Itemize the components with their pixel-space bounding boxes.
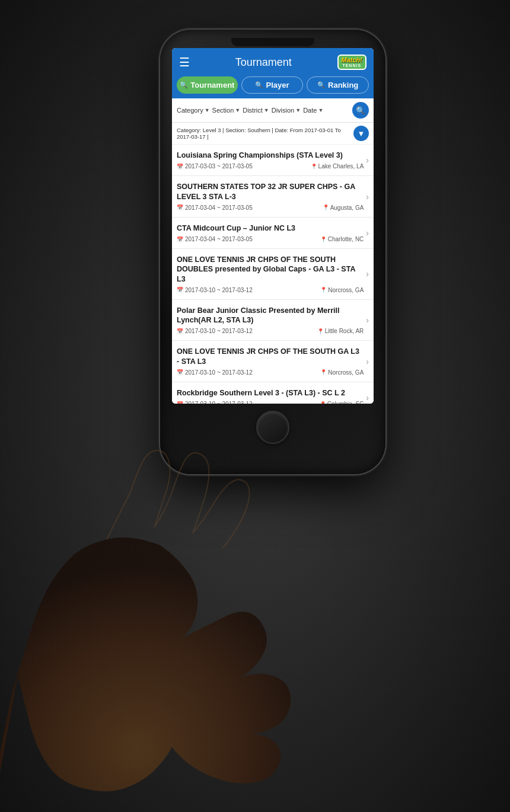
date-arrow-icon: ▼ [318, 107, 323, 113]
active-filters-bar: Category: Level 3 | Section: Southern | … [172, 123, 374, 145]
chevron-icon-0: › [366, 155, 369, 165]
tournament-date-2: 📅 2017-03-04 ~ 2017-03-05 [177, 236, 253, 242]
location-icon-0: 📍 [311, 164, 317, 170]
location-icon-2: 📍 [320, 236, 327, 242]
tab-ranking[interactable]: 🔍 Ranking [307, 76, 369, 94]
filter-bar: Category ▼ Section ▼ District ▼ Division… [172, 98, 374, 123]
location-icon-1: 📍 [323, 204, 329, 210]
tournament-location-2: 📍 Charlotte, NC [320, 236, 364, 242]
calendar-icon-3: 📅 [177, 287, 183, 293]
tournament-name-3: ONE LOVE TENNIS JR CHPS OF THE SOUTH DOU… [177, 255, 364, 284]
category-arrow-icon: ▼ [205, 107, 210, 113]
filter-section[interactable]: Section ▼ [212, 107, 241, 114]
logo-match-text: Match! [342, 57, 362, 63]
tournament-meta-3: 📅 2017-03-10 ~ 2017-03-12 📍 Norcross, GA [177, 287, 364, 293]
tab-tournament[interactable]: 🔍 Tournament [177, 76, 238, 94]
tournament-info-3: ONE LOVE TENNIS JR CHPS OF THE SOUTH DOU… [177, 255, 364, 293]
tournament-location-1: 📍 Augusta, GA [323, 204, 364, 211]
section-arrow-icon: ▼ [235, 107, 240, 113]
tournament-info-0: Louisiana Spring Championships (STA Leve… [177, 151, 364, 170]
tournament-location-0: 📍 Lake Charles, LA [311, 163, 364, 170]
menu-icon[interactable]: ☰ [179, 56, 190, 68]
calendar-icon-2: 📅 [177, 236, 183, 242]
district-arrow-icon: ▼ [264, 107, 269, 113]
search-icon-player: 🔍 [255, 81, 263, 89]
search-button[interactable]: 🔍 [352, 102, 369, 119]
calendar-icon-0: 📅 [177, 164, 183, 170]
tournament-name-2: CTA Midcourt Cup – Junior NC L3 [177, 223, 364, 233]
tournament-date-0: 📅 2017-03-03 ~ 2017-03-05 [177, 163, 253, 170]
chevron-icon-2: › [366, 228, 369, 238]
filter-division[interactable]: Division ▼ [272, 107, 301, 114]
division-arrow-icon: ▼ [295, 107, 301, 113]
tournament-item-1[interactable]: SOUTHERN STATES TOP 32 JR SUPER CHPS - G… [172, 176, 374, 218]
tab-bar: 🔍 Tournament 🔍 Player 🔍 Ranking [172, 76, 374, 98]
filter-funnel-button[interactable]: ▼ [353, 126, 369, 141]
calendar-icon-1: 📅 [177, 204, 183, 210]
filter-district[interactable]: District ▼ [243, 107, 269, 114]
tournament-item-2[interactable]: CTA Midcourt Cup – Junior NC L3 📅 2017-0… [172, 218, 374, 249]
tab-player[interactable]: 🔍 Player [241, 76, 304, 94]
filter-date[interactable]: Date ▼ [303, 107, 323, 114]
hand-decoration [0, 308, 368, 812]
tournament-info-2: CTA Midcourt Cup – Junior NC L3 📅 2017-0… [177, 223, 364, 242]
page-title: Tournament [235, 56, 292, 69]
tournament-date-1: 📅 2017-03-04 ~ 2017-03-05 [177, 204, 253, 211]
logo-tennis-text: TENNIS [342, 63, 361, 68]
tournament-item-3[interactable]: ONE LOVE TENNIS JR CHPS OF THE SOUTH DOU… [172, 249, 374, 300]
tournament-date-3: 📅 2017-03-10 ~ 2017-03-12 [177, 287, 253, 293]
active-filters-text: Category: Level 3 | Section: Southern | … [177, 127, 353, 140]
tournament-meta-1: 📅 2017-03-04 ~ 2017-03-05 📍 Augusta, GA [177, 204, 364, 211]
tournament-name-1: SOUTHERN STATES TOP 32 JR SUPER CHPS - G… [177, 182, 364, 202]
tournament-item-0[interactable]: Louisiana Spring Championships (STA Leve… [172, 145, 374, 176]
tournament-meta-0: 📅 2017-03-03 ~ 2017-03-05 📍 Lake Charles… [177, 163, 364, 170]
tournament-location-3: 📍 Norcross, GA [320, 287, 364, 293]
tournament-meta-2: 📅 2017-03-04 ~ 2017-03-05 📍 Charlotte, N… [177, 236, 364, 242]
location-icon-3: 📍 [320, 287, 327, 293]
chevron-icon-3: › [366, 269, 369, 279]
filter-category[interactable]: Category ▼ [177, 107, 210, 114]
chevron-icon-1: › [366, 192, 369, 202]
search-icon-tournament: 🔍 [180, 81, 188, 89]
search-icon-ranking: 🔍 [317, 81, 326, 89]
phone-notch [231, 38, 314, 46]
app-logo: Match! TENNIS [337, 55, 366, 70]
app-header: ☰ Tournament Match! TENNIS [172, 48, 374, 76]
tournament-info-1: SOUTHERN STATES TOP 32 JR SUPER CHPS - G… [177, 182, 364, 211]
tournament-name-0: Louisiana Spring Championships (STA Leve… [177, 151, 364, 160]
